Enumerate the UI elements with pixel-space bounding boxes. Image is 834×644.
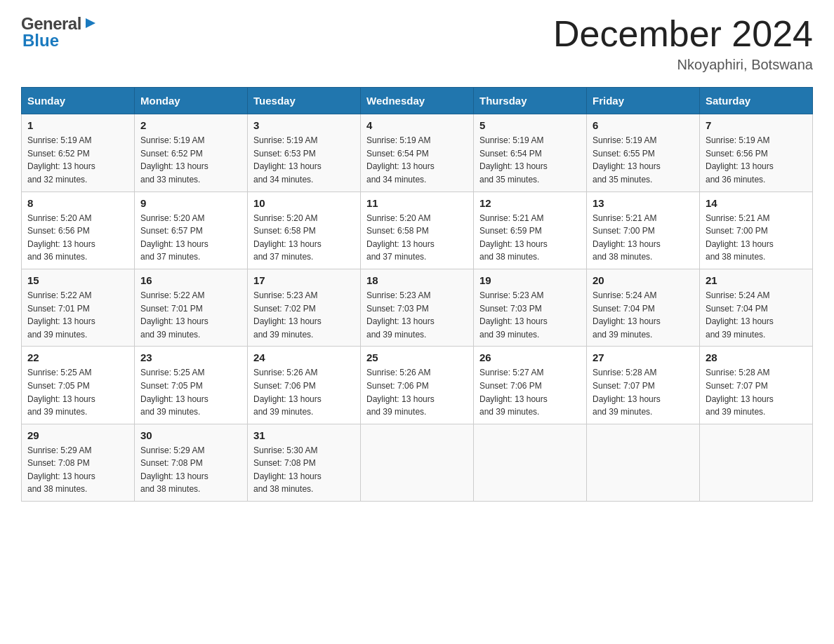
calendar-cell: [474, 424, 587, 501]
day-number: 8: [27, 197, 128, 209]
day-info: Sunrise: 5:25 AM Sunset: 7:05 PM Dayligh…: [27, 366, 128, 418]
day-number: 11: [366, 197, 468, 209]
weekday-header-row: Sunday Monday Tuesday Wednesday Thursday…: [22, 88, 813, 114]
calendar-cell: 6 Sunrise: 5:19 AM Sunset: 6:55 PM Dayli…: [587, 114, 700, 192]
logo-blue: Blue: [22, 31, 59, 50]
calendar-cell: 28 Sunrise: 5:28 AM Sunset: 7:07 PM Dayl…: [700, 347, 813, 424]
calendar-cell: 26 Sunrise: 5:27 AM Sunset: 7:06 PM Dayl…: [474, 347, 587, 424]
day-info: Sunrise: 5:20 AM Sunset: 6:56 PM Dayligh…: [27, 212, 128, 264]
day-info: Sunrise: 5:28 AM Sunset: 7:07 PM Dayligh…: [706, 366, 807, 418]
day-info: Sunrise: 5:21 AM Sunset: 7:00 PM Dayligh…: [706, 212, 807, 264]
logo: General Blue: [21, 14, 98, 51]
calendar-cell: 30 Sunrise: 5:29 AM Sunset: 7:08 PM Dayl…: [135, 424, 248, 501]
svg-marker-0: [86, 18, 95, 28]
day-number: 27: [593, 351, 694, 363]
day-number: 5: [479, 119, 581, 131]
day-number: 7: [706, 119, 807, 131]
day-number: 2: [140, 119, 241, 131]
calendar-cell: 7 Sunrise: 5:19 AM Sunset: 6:56 PM Dayli…: [700, 114, 813, 192]
header-saturday: Saturday: [700, 88, 813, 114]
header-thursday: Thursday: [474, 88, 587, 114]
day-info: Sunrise: 5:19 AM Sunset: 6:55 PM Dayligh…: [593, 134, 694, 186]
day-number: 22: [27, 351, 128, 363]
day-info: Sunrise: 5:29 AM Sunset: 7:08 PM Dayligh…: [27, 444, 128, 496]
calendar-cell: 2 Sunrise: 5:19 AM Sunset: 6:52 PM Dayli…: [135, 114, 248, 192]
day-info: Sunrise: 5:23 AM Sunset: 7:02 PM Dayligh…: [253, 289, 355, 341]
day-number: 6: [593, 119, 694, 131]
calendar-cell: 25 Sunrise: 5:26 AM Sunset: 7:06 PM Dayl…: [361, 347, 474, 424]
location-label: Nkoyaphiri, Botswana: [553, 57, 813, 73]
calendar-cell: 22 Sunrise: 5:25 AM Sunset: 7:05 PM Dayl…: [22, 347, 135, 424]
day-number: 16: [140, 274, 241, 286]
day-info: Sunrise: 5:29 AM Sunset: 7:08 PM Dayligh…: [140, 444, 241, 496]
day-number: 13: [593, 197, 694, 209]
calendar-cell: 8 Sunrise: 5:20 AM Sunset: 6:56 PM Dayli…: [22, 192, 135, 269]
calendar-cell: [587, 424, 700, 501]
calendar-cell: 4 Sunrise: 5:19 AM Sunset: 6:54 PM Dayli…: [361, 114, 474, 192]
calendar-cell: 14 Sunrise: 5:21 AM Sunset: 7:00 PM Dayl…: [700, 192, 813, 269]
day-info: Sunrise: 5:19 AM Sunset: 6:53 PM Dayligh…: [253, 134, 355, 186]
calendar-cell: 3 Sunrise: 5:19 AM Sunset: 6:53 PM Dayli…: [248, 114, 361, 192]
title-block: December 2024 Nkoyaphiri, Botswana: [553, 14, 813, 73]
day-number: 10: [253, 197, 355, 209]
header-sunday: Sunday: [22, 88, 135, 114]
calendar-cell: 12 Sunrise: 5:21 AM Sunset: 6:59 PM Dayl…: [474, 192, 587, 269]
calendar-cell: 21 Sunrise: 5:24 AM Sunset: 7:04 PM Dayl…: [700, 269, 813, 346]
month-title: December 2024: [553, 14, 813, 54]
day-number: 25: [366, 351, 468, 363]
calendar-week-row: 8 Sunrise: 5:20 AM Sunset: 6:56 PM Dayli…: [22, 192, 813, 269]
day-info: Sunrise: 5:19 AM Sunset: 6:54 PM Dayligh…: [479, 134, 581, 186]
day-info: Sunrise: 5:26 AM Sunset: 7:06 PM Dayligh…: [366, 366, 468, 418]
calendar-cell: 13 Sunrise: 5:21 AM Sunset: 7:00 PM Dayl…: [587, 192, 700, 269]
day-number: 14: [706, 197, 807, 209]
day-info: Sunrise: 5:27 AM Sunset: 7:06 PM Dayligh…: [479, 366, 581, 418]
day-number: 29: [27, 429, 128, 441]
day-info: Sunrise: 5:19 AM Sunset: 6:54 PM Dayligh…: [366, 134, 468, 186]
day-info: Sunrise: 5:20 AM Sunset: 6:58 PM Dayligh…: [366, 212, 468, 264]
calendar-cell: [361, 424, 474, 501]
day-info: Sunrise: 5:22 AM Sunset: 7:01 PM Dayligh…: [140, 289, 241, 341]
day-number: 21: [706, 274, 807, 286]
day-number: 24: [253, 351, 355, 363]
day-info: Sunrise: 5:22 AM Sunset: 7:01 PM Dayligh…: [27, 289, 128, 341]
calendar-cell: [700, 424, 813, 501]
calendar-cell: 24 Sunrise: 5:26 AM Sunset: 7:06 PM Dayl…: [248, 347, 361, 424]
day-info: Sunrise: 5:21 AM Sunset: 7:00 PM Dayligh…: [593, 212, 694, 264]
header-wednesday: Wednesday: [361, 88, 474, 114]
calendar-cell: 5 Sunrise: 5:19 AM Sunset: 6:54 PM Dayli…: [474, 114, 587, 192]
header-monday: Monday: [135, 88, 248, 114]
day-info: Sunrise: 5:24 AM Sunset: 7:04 PM Dayligh…: [706, 289, 807, 341]
calendar-week-row: 29 Sunrise: 5:29 AM Sunset: 7:08 PM Dayl…: [22, 424, 813, 501]
day-number: 18: [366, 274, 468, 286]
day-info: Sunrise: 5:24 AM Sunset: 7:04 PM Dayligh…: [593, 289, 694, 341]
day-info: Sunrise: 5:25 AM Sunset: 7:05 PM Dayligh…: [140, 366, 241, 418]
day-info: Sunrise: 5:20 AM Sunset: 6:57 PM Dayligh…: [140, 212, 241, 264]
calendar-cell: 23 Sunrise: 5:25 AM Sunset: 7:05 PM Dayl…: [135, 347, 248, 424]
calendar-cell: 20 Sunrise: 5:24 AM Sunset: 7:04 PM Dayl…: [587, 269, 700, 346]
calendar-cell: 19 Sunrise: 5:23 AM Sunset: 7:03 PM Dayl…: [474, 269, 587, 346]
day-info: Sunrise: 5:23 AM Sunset: 7:03 PM Dayligh…: [479, 289, 581, 341]
day-number: 17: [253, 274, 355, 286]
day-number: 3: [253, 119, 355, 131]
calendar-cell: 9 Sunrise: 5:20 AM Sunset: 6:57 PM Dayli…: [135, 192, 248, 269]
calendar-cell: 31 Sunrise: 5:30 AM Sunset: 7:08 PM Dayl…: [248, 424, 361, 501]
day-number: 23: [140, 351, 241, 363]
day-number: 19: [479, 274, 581, 286]
calendar-cell: 17 Sunrise: 5:23 AM Sunset: 7:02 PM Dayl…: [248, 269, 361, 346]
calendar-cell: 15 Sunrise: 5:22 AM Sunset: 7:01 PM Dayl…: [22, 269, 135, 346]
calendar-week-row: 1 Sunrise: 5:19 AM Sunset: 6:52 PM Dayli…: [22, 114, 813, 192]
day-info: Sunrise: 5:19 AM Sunset: 6:52 PM Dayligh…: [27, 134, 128, 186]
calendar-cell: 1 Sunrise: 5:19 AM Sunset: 6:52 PM Dayli…: [22, 114, 135, 192]
calendar-cell: 16 Sunrise: 5:22 AM Sunset: 7:01 PM Dayl…: [135, 269, 248, 346]
calendar-cell: 27 Sunrise: 5:28 AM Sunset: 7:07 PM Dayl…: [587, 347, 700, 424]
day-info: Sunrise: 5:19 AM Sunset: 6:52 PM Dayligh…: [140, 134, 241, 186]
calendar-cell: 11 Sunrise: 5:20 AM Sunset: 6:58 PM Dayl…: [361, 192, 474, 269]
day-number: 31: [253, 429, 355, 441]
day-info: Sunrise: 5:20 AM Sunset: 6:58 PM Dayligh…: [253, 212, 355, 264]
page-header: General Blue December 2024 Nkoyaphiri, B…: [21, 14, 813, 73]
day-number: 26: [479, 351, 581, 363]
day-info: Sunrise: 5:23 AM Sunset: 7:03 PM Dayligh…: [366, 289, 468, 341]
day-info: Sunrise: 5:21 AM Sunset: 6:59 PM Dayligh…: [479, 212, 581, 264]
day-number: 28: [706, 351, 807, 363]
calendar-cell: 10 Sunrise: 5:20 AM Sunset: 6:58 PM Dayl…: [248, 192, 361, 269]
